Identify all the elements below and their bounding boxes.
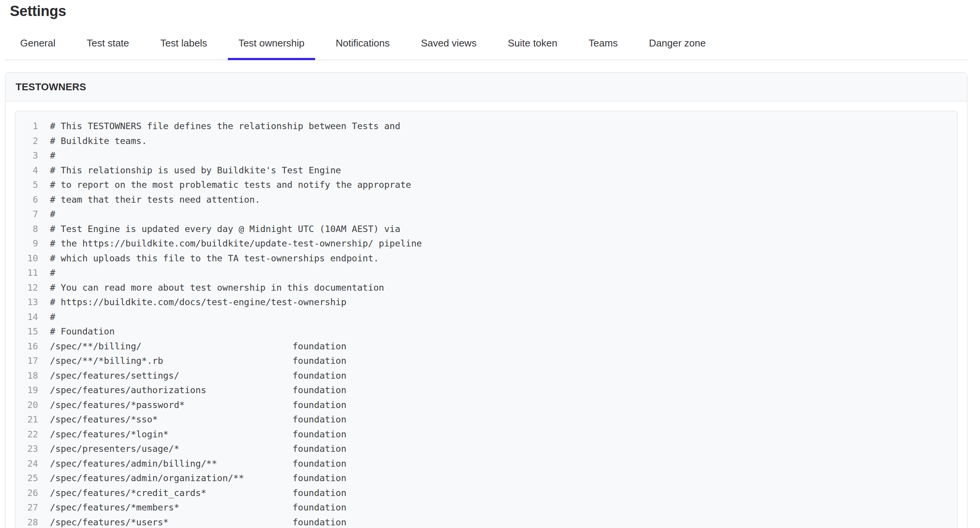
line-text: /spec/features/*login* foundation [50,427,346,442]
line-text: /spec/**/*billing*.rb foundation [50,354,346,368]
code-line: 4 # This relationship is used by Buildki… [15,163,957,178]
code-line: 17 /spec/**/*billing*.rb foundation [15,354,957,368]
line-number: 12 [15,280,38,295]
line-number: 3 [15,148,38,163]
line-text: /spec/presenters/usage/* foundation [50,442,346,456]
testowners-code-viewer[interactable]: 1 # This TESTOWNERS file defines the rel… [15,111,958,528]
line-number: 13 [15,295,38,310]
code-line: 7 # [15,207,957,222]
code-line: 27 /spec/features/*members* foundation [15,500,957,515]
tab-test-labels[interactable]: Test labels [150,20,218,60]
code-line: 21 /spec/features/*sso* foundation [15,412,957,427]
line-number: 23 [15,442,38,456]
code-line: 18 /spec/features/settings/ foundation [15,368,957,383]
code-line: 11 # [15,266,957,280]
line-text: /spec/features/*credit_cards* foundation [50,486,346,501]
code-line: 3 # [15,148,957,163]
line-number: 5 [15,178,38,192]
testowners-card: TESTOWNERS 1 # This TESTOWNERS file defi… [5,72,967,528]
code-line: 28 /spec/features/*users* foundation [15,515,957,528]
line-number: 6 [15,192,38,207]
testowners-card-header: TESTOWNERS [5,73,967,101]
line-text: # This TESTOWNERS file defines the relat… [50,119,400,134]
code-line: 15 # Foundation [15,324,957,339]
line-number: 9 [15,236,38,251]
line-text: # the https://buildkite.com/buildkite/up… [50,236,422,251]
line-text: # which uploads this file to the TA test… [50,251,379,266]
line-text: # https://buildkite.com/docs/test-engine… [50,295,346,310]
line-number: 20 [15,398,38,413]
line-number: 8 [15,222,38,237]
code-line: 8 # Test Engine is updated every day @ M… [15,222,957,237]
testowners-card-body: 1 # This TESTOWNERS file defines the rel… [5,101,967,528]
line-number: 27 [15,500,38,515]
tab-saved-views[interactable]: Saved views [410,20,487,60]
tab-bar: GeneralTest stateTest labelsTest ownersh… [5,20,967,60]
line-text: # [50,266,55,280]
line-number: 11 [15,266,38,280]
tab-danger-zone[interactable]: Danger zone [638,20,716,60]
line-number: 1 [15,119,38,134]
tab-suite-token[interactable]: Suite token [497,20,568,60]
code-line: 25 /spec/features/admin/organization/** … [15,471,957,486]
code-line: 26 /spec/features/*credit_cards* foundat… [15,486,957,501]
line-number: 19 [15,383,38,398]
code-line: 6 # team that their tests need attention… [15,192,957,207]
tab-teams[interactable]: Teams [578,20,629,60]
line-text: /spec/features/admin/organization/** fou… [50,471,346,486]
line-text: /spec/features/authorizations foundation [50,383,346,398]
line-text: # You can read more about test ownership… [50,280,384,295]
settings-page: Settings GeneralTest stateTest labelsTes… [0,2,980,528]
code-line: 20 /spec/features/*password* foundation [15,398,957,413]
testowners-card-title: TESTOWNERS [16,81,86,93]
code-line: 23 /spec/presenters/usage/* foundation [15,442,957,456]
line-text: /spec/features/*users* foundation [50,515,346,528]
line-text: # Buildkite teams. [50,134,147,149]
line-number: 17 [15,354,38,368]
code-line: 1 # This TESTOWNERS file defines the rel… [15,119,957,134]
line-number: 2 [15,134,38,149]
page-title: Settings [10,2,980,20]
code-line: 10 # which uploads this file to the TA t… [15,251,957,266]
code-line: 14 # [15,310,957,325]
line-number: 4 [15,163,38,178]
line-text: /spec/features/admin/billing/** foundati… [50,456,346,471]
line-text: /spec/**/billing/ foundation [50,339,346,354]
tab-test-state[interactable]: Test state [76,20,140,60]
line-text: /spec/features/*members* foundation [50,500,346,515]
line-number: 18 [15,368,38,383]
line-text: # Foundation [50,324,115,339]
code-line: 19 /spec/features/authorizations foundat… [15,383,957,398]
line-number: 21 [15,412,38,427]
tab-test-ownership[interactable]: Test ownership [228,20,315,60]
tab-notifications[interactable]: Notifications [325,20,400,60]
tab-general[interactable]: General [10,20,66,60]
line-number: 22 [15,427,38,442]
code-line: 13 # https://buildkite.com/docs/test-eng… [15,295,957,310]
line-number: 7 [15,207,38,222]
line-text: # Test Engine is updated every day @ Mid… [50,222,400,237]
line-text: # [50,148,55,163]
line-text: # team that their tests need attention. [50,192,260,207]
line-number: 28 [15,515,38,528]
code-line: 5 # to report on the most problematic te… [15,178,957,192]
code-line: 16 /spec/**/billing/ foundation [15,339,957,354]
line-number: 14 [15,310,38,325]
line-number: 16 [15,339,38,354]
line-number: 26 [15,486,38,501]
code-line: 9 # the https://buildkite.com/buildkite/… [15,236,957,251]
code-line: 12 # You can read more about test owners… [15,280,957,295]
line-text: /spec/features/settings/ foundation [50,368,346,383]
line-number: 10 [15,251,38,266]
line-number: 25 [15,471,38,486]
line-text: # to report on the most problematic test… [50,178,411,192]
line-text: # This relationship is used by Buildkite… [50,163,341,178]
code-line: 24 /spec/features/admin/billing/** found… [15,456,957,471]
code-line: 22 /spec/features/*login* foundation [15,427,957,442]
line-text: /spec/features/*password* foundation [50,398,346,413]
code-line: 2 # Buildkite teams. [15,134,957,149]
line-text: /spec/features/*sso* foundation [50,412,346,427]
line-text: # [50,207,55,222]
line-number: 24 [15,456,38,471]
line-number: 15 [15,324,38,339]
